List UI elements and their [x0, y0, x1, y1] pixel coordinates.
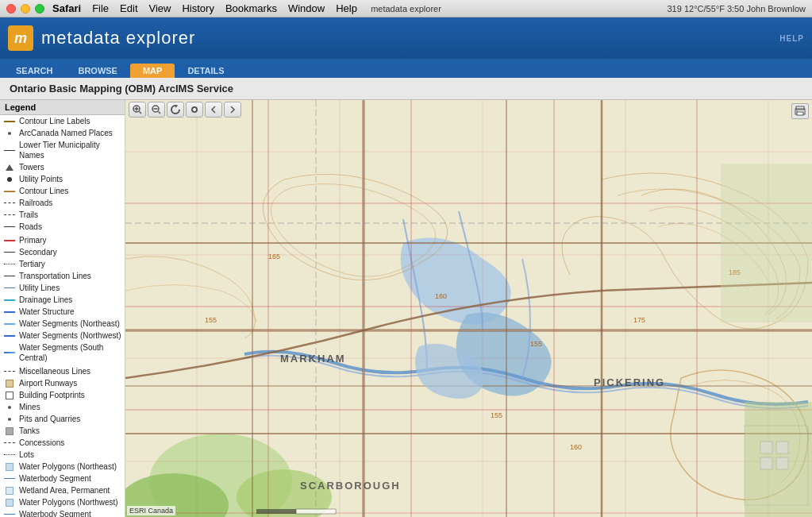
forward-button[interactable]	[224, 102, 241, 118]
title-bar: Safari File Edit View History Bookmarks …	[0, 0, 812, 17]
list-item: Water Segments (Northeast)	[0, 318, 125, 330]
list-item: Building Footprints	[0, 389, 125, 401]
list-item: Drainage Lines	[0, 294, 125, 306]
legend-header: Legend	[0, 100, 125, 115]
list-item: Waterbody Segment	[0, 508, 125, 517]
svg-text:175: 175	[633, 316, 645, 324]
svg-rect-67	[776, 457, 788, 469]
svg-text:155: 155	[491, 411, 502, 419]
svg-text:165: 165	[268, 253, 280, 260]
list-item: Contour Lines	[0, 185, 125, 197]
full-extent-button[interactable]	[186, 102, 203, 118]
list-item: Wetland Area, Permanent	[0, 484, 125, 496]
svg-rect-61	[296, 509, 336, 514]
svg-text:160: 160	[570, 443, 582, 451]
svg-text:155: 155	[205, 316, 217, 324]
minimize-button[interactable]	[21, 4, 30, 14]
svg-rect-65	[776, 442, 788, 453]
app-logo: m	[8, 25, 33, 51]
list-item: Lots	[0, 449, 125, 461]
list-item: Lower Tier Municipality Names	[0, 139, 125, 161]
back-button[interactable]	[205, 102, 222, 118]
nav-tabs: SEARCH BROWSE MAP DETAILS	[0, 59, 812, 78]
list-item: ArcCanada Named Places	[0, 127, 125, 139]
svg-point-8	[193, 108, 196, 111]
svg-rect-55	[721, 164, 812, 322]
svg-rect-66	[760, 457, 772, 469]
status-bar: 319 12°C/55°F 3:50 John Brownlow	[667, 4, 806, 14]
list-item: Water Segments (South Central)	[0, 341, 125, 364]
list-item: Contour Line Labels	[0, 115, 125, 127]
svg-rect-60	[256, 509, 296, 514]
zoom-in-button[interactable]	[129, 102, 146, 118]
status-info: 319 12°C/55°F 3:50 John Brownlow	[667, 4, 806, 14]
tab-details[interactable]: DETAILS	[175, 64, 237, 78]
tab-search[interactable]: SEARCH	[3, 64, 65, 78]
list-item: Airport Runways	[0, 377, 125, 389]
svg-rect-11	[797, 112, 803, 115]
map-toolbar	[129, 102, 241, 118]
svg-text:155: 155	[530, 340, 542, 348]
page-title: Ontario Basic Mapping (OBM) ArcIMS Servi…	[0, 78, 812, 100]
list-item: Water Structure	[0, 306, 125, 318]
svg-text:160: 160	[435, 292, 447, 300]
close-button[interactable]	[6, 4, 16, 14]
app-title: metadata explorer	[41, 28, 195, 48]
menu-history[interactable]: History	[182, 2, 214, 14]
map-attribution: ESRI Canada	[127, 506, 175, 515]
list-item: Towers	[0, 161, 125, 173]
list-item: Primary	[0, 233, 125, 246]
zoom-button[interactable]	[35, 4, 44, 14]
list-item: Tertiary	[0, 258, 125, 270]
list-item: Water Polygons (Northwest)	[0, 496, 125, 508]
svg-text:SCARBOROUGH: SCARBOROUGH	[300, 480, 401, 492]
list-item: Railroads	[0, 197, 125, 209]
list-item: Water Polygons (Northeast)	[0, 461, 125, 473]
main-content: Legend Contour Line Labels ArcCanada Nam…	[0, 100, 812, 517]
map-container[interactable]: 160 155 175 185 165 155 160 155 MARKHAM …	[125, 100, 812, 517]
list-item: Roads	[0, 221, 125, 233]
menu-file[interactable]: File	[92, 2, 109, 14]
menu-edit[interactable]: Edit	[120, 2, 137, 14]
list-item: Miscellaneous Lines	[0, 364, 125, 377]
map-image: 160 155 175 185 165 155 160 155 MARKHAM …	[125, 100, 812, 517]
tab-map[interactable]: MAP	[130, 64, 175, 78]
zoom-out-button[interactable]	[148, 102, 165, 118]
list-item: Trails	[0, 209, 125, 221]
app-header: m metadata explorer HELP	[0, 17, 812, 59]
list-item: Water Segments (Northwest)	[0, 330, 125, 341]
svg-line-5	[159, 112, 161, 114]
legend-panel: Legend Contour Line Labels ArcCanada Nam…	[0, 100, 125, 517]
window-title: metadata explorer	[371, 4, 441, 14]
list-item: Mines	[0, 401, 125, 413]
menu-window[interactable]: Window	[288, 2, 325, 14]
svg-point-12	[796, 110, 797, 111]
list-item: Concessions	[0, 437, 125, 449]
window-controls	[6, 4, 44, 14]
list-item: Utility Points	[0, 173, 125, 185]
list-item: Utility Lines	[0, 282, 125, 294]
svg-rect-64	[760, 442, 772, 453]
tab-browse[interactable]: BROWSE	[65, 64, 130, 78]
list-item: Waterbody Segment	[0, 473, 125, 484]
menu-help[interactable]: Help	[336, 2, 357, 14]
menu-bookmarks[interactable]: Bookmarks	[225, 2, 277, 14]
print-button[interactable]	[791, 103, 809, 119]
list-item: Secondary	[0, 246, 125, 258]
svg-text:PICKERING: PICKERING	[594, 376, 665, 388]
refresh-button[interactable]	[167, 102, 184, 118]
menu-view[interactable]: View	[149, 2, 171, 14]
menu-bar: Safari File Edit View History Bookmarks …	[52, 2, 357, 14]
list-item: Tanks	[0, 425, 125, 437]
list-item: Pits and Quarries	[0, 413, 125, 425]
list-item: Transportation Lines	[0, 270, 125, 282]
menu-safari[interactable]: Safari	[52, 2, 81, 14]
help-link[interactable]: HELP	[779, 34, 804, 43]
svg-text:MARKHAM: MARKHAM	[280, 353, 346, 365]
svg-line-1	[140, 112, 142, 114]
